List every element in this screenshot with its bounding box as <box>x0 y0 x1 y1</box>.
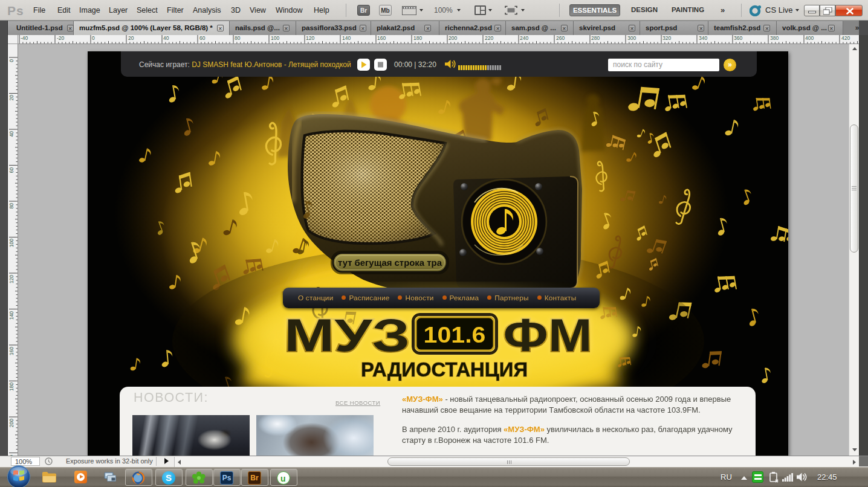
svg-text:160: 160 <box>8 347 15 355</box>
svg-text:60: 60 <box>8 167 15 173</box>
svg-text:20: 20 <box>8 95 15 101</box>
svg-text:160: 160 <box>377 35 386 41</box>
svg-text:-20: -20 <box>57 35 65 41</box>
svg-text:101.6: 101.6 <box>424 323 486 347</box>
svg-text:320: 320 <box>662 35 671 41</box>
svg-text:180: 180 <box>8 382 15 391</box>
svg-text:МУЗ: МУЗ <box>284 309 410 361</box>
svg-text:400: 400 <box>805 35 814 41</box>
svg-text:-40: -40 <box>21 35 28 41</box>
svg-text:40: 40 <box>8 131 15 137</box>
svg-text:200: 200 <box>449 35 457 41</box>
svg-text:260: 260 <box>556 35 565 41</box>
svg-text:120: 120 <box>8 275 15 283</box>
svg-text:280: 280 <box>591 35 600 41</box>
svg-text:60: 60 <box>199 35 206 41</box>
svg-text:200: 200 <box>8 419 15 427</box>
svg-text:220: 220 <box>485 35 493 41</box>
svg-text:380: 380 <box>770 35 779 41</box>
svg-text:20: 20 <box>128 35 134 41</box>
svg-text:80: 80 <box>235 35 241 41</box>
svg-text:360: 360 <box>734 35 742 41</box>
svg-text:180: 180 <box>413 35 422 41</box>
svg-text:0: 0 <box>92 35 95 41</box>
svg-text:420: 420 <box>841 35 850 41</box>
svg-text:300: 300 <box>627 35 636 41</box>
svg-text:40: 40 <box>163 35 169 41</box>
svg-text:тут бегущая строка тра: тут бегущая строка тра <box>338 257 442 268</box>
svg-text:РАДИОСТАНЦИЯ: РАДИОСТАНЦИЯ <box>361 358 528 381</box>
svg-text:100: 100 <box>8 239 15 247</box>
svg-text:340: 340 <box>699 35 707 41</box>
svg-text:0: 0 <box>8 59 15 62</box>
svg-text:140: 140 <box>8 311 15 320</box>
svg-text:120: 120 <box>306 35 314 41</box>
svg-text:ФМ: ФМ <box>504 309 592 361</box>
svg-text:80: 80 <box>8 203 15 209</box>
svg-text:100: 100 <box>271 35 279 41</box>
svg-text:240: 240 <box>520 35 528 41</box>
svg-text:140: 140 <box>342 35 351 41</box>
